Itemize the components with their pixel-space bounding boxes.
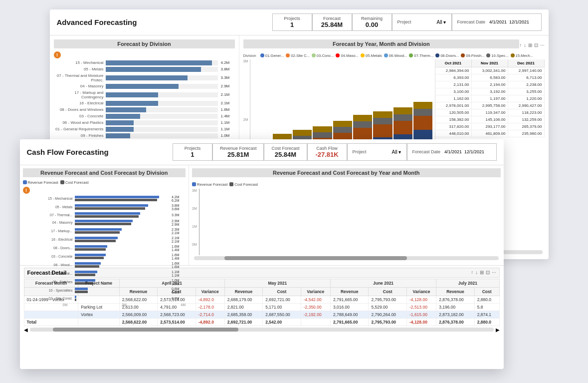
detail-scrollbar[interactable] [30, 328, 494, 332]
cf-right-chart: Revenue Forecast and Cost Forecast by Ye… [189, 165, 504, 265]
cash-flow-card: Cash Flow Forecasting Projects 1 Revenue… [20, 139, 504, 369]
cf-revenue-value: 25.81M [220, 151, 257, 158]
cf-projects-metric: Projects 1 [173, 143, 212, 161]
filter-icon[interactable]: ⊞ [528, 42, 532, 48]
cf-date-range[interactable]: Forecast Date 4/1/2021 12/1/2021 [407, 143, 497, 161]
cf-cashflow-metric: Cash Flow -27.81K [307, 143, 347, 161]
cf-revenue-metric: Revenue Forecast 25.81M [212, 143, 264, 161]
cf-right-legend: Revenue Forecast Cost Forecast [192, 182, 501, 187]
bar-row-metals: 05 - Metals 3.8M [54, 67, 235, 72]
expand-icon[interactable]: ⊡ [534, 42, 538, 48]
cf-right-scrollbar[interactable] [194, 256, 499, 260]
scroll-left-arrow[interactable]: ◀ [24, 327, 28, 333]
col-variance-1: Variance [196, 287, 224, 296]
remaining-metric: Remaining 0.00 [352, 13, 392, 31]
detail-sort-up-icon[interactable]: ↑ [471, 270, 473, 275]
col-cost-3: Cost [369, 287, 407, 296]
bar-row-mech: 15 - Mechanical 4.2M [54, 60, 235, 65]
bar-row-masonry: 04 - Masonry 2.9M [54, 84, 235, 89]
cf-alert-dot: ! [23, 187, 30, 194]
cf-cost-label: Cost Forecast [271, 146, 299, 151]
bar-row-thermal: 07 - Thermal and Moisture Protec. 3.3M [54, 73, 235, 82]
cf-left-chart: Revenue Forecast and Cost Forecast by Di… [20, 165, 190, 265]
back-metrics-bar: Projects 1 Forecast 25.84M Remaining 0.0… [272, 13, 542, 31]
front-card-title: Cash Flow Forecasting [27, 148, 173, 156]
forecast-detail-title: Forecast Detail [27, 270, 471, 276]
col-variance-3: Variance [406, 287, 436, 296]
date-range-value: 4/1/2021 12/1/2021 [489, 19, 529, 24]
back-left-title: Forecast by Division [54, 39, 235, 48]
cf-cashflow-label: Cash Flow [315, 146, 340, 151]
col-revenue-2: Revenue [224, 287, 263, 296]
back-legend: Division 01-Gener... 02-Site C... 03-Con… [243, 53, 545, 58]
back-table-row: 317,820.00 293,177.00 265,379.00 [435, 123, 545, 130]
remaining-label: Remaining [360, 16, 385, 21]
back-card-title: Advanced Forecasting [57, 18, 272, 26]
projects-metric: Projects 1 [272, 13, 312, 31]
scroll-right-arrow[interactable]: ▶ [496, 327, 500, 333]
remaining-value: 0.00 [360, 21, 385, 28]
back-right-table-header: Oct 2021 Nov 2021 Dec 2021 [435, 59, 545, 67]
back-table-row: 2,131.00 2,194.00 2,238.00 [435, 81, 545, 88]
back-right-toolbar: ↑ ↓ ⊞ ⊡ ··· [519, 42, 544, 48]
detail-expand-icon[interactable]: ⊡ [486, 270, 490, 275]
detail-sort-down-icon[interactable]: ↓ [475, 270, 478, 275]
bar-row-doors: 08 - Doors and Windows 1.6M [54, 107, 235, 112]
cf-project-filter-label: Project [353, 149, 367, 154]
bar-row-concrete: 03 - Concrete 1.4M [54, 114, 235, 119]
bar-row-finishes: 09 - Finishes 1.0M [54, 133, 235, 138]
forecast-label: Forecast [320, 16, 345, 21]
bar-row-general: 01 - General Requirements 1.1M [54, 127, 235, 132]
cf-forecast-date-label: Forecast Date [412, 149, 441, 154]
col-cost-2: Cost [263, 287, 301, 296]
col-revenue-3: Revenue [330, 287, 369, 296]
date-range-filter[interactable]: Forecast Date 4/1/2021 12/1/2021 [452, 13, 542, 31]
back-table-row: 3,100.00 3,192.00 3,255.00 [435, 88, 545, 95]
back-table-row: 120,505.00 119,347.00 118,223.00 [435, 109, 545, 116]
detail-scroll-row: ◀ ▶ [24, 327, 500, 333]
cf-right-scroll-thumb[interactable] [224, 256, 407, 260]
back-table-row: 158,382.00 145,106.00 132,259.00 [435, 116, 545, 123]
front-card-header: Cash Flow Forecasting Projects 1 Revenue… [20, 139, 504, 165]
project-label: Project [397, 19, 411, 24]
back-table-row: 1,162.00 1,197.00 1,220.00 [435, 95, 545, 102]
back-right-title: Forecast by Year, Month and Division [243, 39, 520, 48]
detail-filter-icon[interactable]: ⊞ [480, 270, 484, 275]
forecast-date-label: Forecast Date [457, 19, 486, 24]
sort-up-icon[interactable]: ↑ [519, 42, 522, 48]
detail-total-row: Total 2,568,622.00 2,573,514.00 -4,892.0… [24, 318, 499, 326]
col-may: May 2021 [224, 279, 330, 287]
detail-row-parking: Parking Lot 2,613.00 4,791.00 -2,178.0 2… [24, 303, 499, 311]
bar-row-markup: 17 - Markup and Contingency 2.1M [54, 90, 235, 99]
back-alert-dot: ! [54, 51, 61, 58]
back-table-row: 6,393.00 6,583.00 6,713.00 [435, 74, 545, 81]
cf-revenue-label: Revenue Forecast [220, 146, 257, 151]
detail-more-icon[interactable]: ··· [492, 270, 496, 275]
cf-project-filter[interactable]: Project All ▾ [347, 143, 407, 161]
bar-row-elec: 16 - Electrical 2.1M [54, 101, 235, 106]
col-june: June 2021 [330, 279, 436, 287]
projects-label: Projects [280, 16, 305, 21]
col-cost-4: Cost [474, 287, 499, 296]
bar-row-wood: 06 - Wood and Plastics 1.1M [54, 120, 235, 125]
cf-left-title: Revenue Forecast and Cost Forecast by Di… [23, 168, 186, 177]
sort-down-icon[interactable]: ↓ [524, 42, 526, 48]
cf-cost-value: 25.84M [271, 151, 299, 158]
detail-toolbar: ↑ ↓ ⊞ ⊡ ··· [471, 270, 496, 275]
cf-projects-value: 1 [180, 151, 205, 158]
more-icon[interactable]: ··· [540, 42, 544, 48]
back-card-header: Advanced Forecasting Projects 1 Forecast… [50, 9, 549, 35]
back-division-bars: 15 - Mechanical 4.2M 05 - Metals 3.8M 07… [54, 60, 235, 145]
cf-right-title: Revenue Forecast and Cost Forecast by Ye… [192, 168, 501, 177]
col-revenue-4: Revenue [436, 287, 475, 296]
project-filter[interactable]: Project All ▾ [392, 13, 452, 31]
front-metrics-bar: Projects 1 Revenue Forecast 25.81M Cost … [173, 143, 497, 161]
back-table-row: 2,978,001.00 2,995,758.00 2,990,427.00 [435, 102, 545, 109]
cf-cost-metric: Cost Forecast 25.84M [264, 143, 307, 161]
col-variance-2: Variance [301, 287, 330, 296]
detail-scroll-thumb[interactable] [53, 328, 238, 332]
cf-charts-row: Revenue Forecast and Cost Forecast by Di… [20, 165, 504, 265]
detail-row-vortex2: Vortex 2,566,009.00 2,568,723.00 -2,714.… [24, 311, 499, 318]
cf-left-legend: Revenue Forecast Cost Forecast [23, 180, 186, 185]
cf-cashflow-value: -27.81K [315, 151, 340, 158]
